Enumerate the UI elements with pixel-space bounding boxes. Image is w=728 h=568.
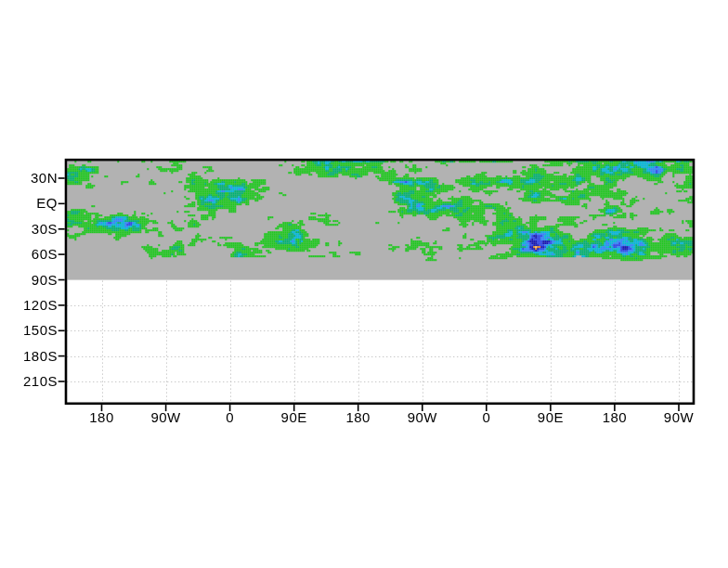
x-tick-label: 90W [408, 409, 437, 425]
x-tick-label: 180 [603, 409, 628, 425]
y-tick-label: 30N [31, 170, 58, 186]
y-tick-label: 150S [23, 322, 58, 338]
x-tick-label: 180 [345, 409, 370, 425]
y-tick-label: 30S [32, 221, 58, 237]
x-tick-label: 90E [538, 409, 564, 425]
y-tick-label: EQ [36, 196, 58, 212]
y-tick-label: 180S [23, 348, 58, 364]
heatmap-canvas [0, 0, 728, 568]
x-tick-label: 180 [89, 409, 114, 425]
y-tick-label: 60S [32, 246, 58, 262]
x-tick-label: 0 [482, 409, 490, 425]
x-tick-label: 90W [664, 409, 694, 425]
y-tick-label: 210S [23, 373, 58, 389]
y-tick-label: 90S [32, 272, 58, 288]
x-tick-label: 90W [150, 409, 180, 425]
x-tick-label: 90E [281, 409, 307, 425]
grads-figure: 30NEQ30S60S90S120S150S180S210S 18090W090… [0, 0, 728, 568]
x-tick-label: 0 [226, 409, 234, 425]
y-tick-label: 120S [23, 297, 58, 313]
